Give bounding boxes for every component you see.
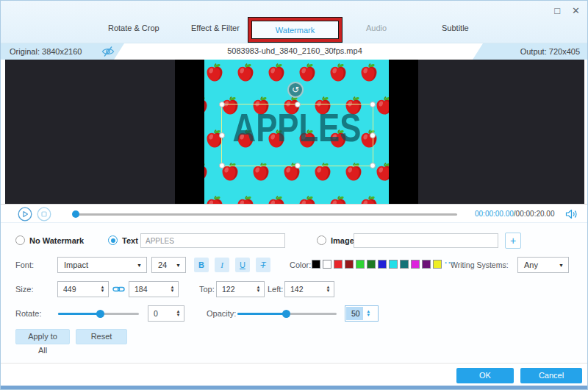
spinner-arrows-icon[interactable]: ▲▼: [323, 282, 334, 297]
apple-graphic: [329, 63, 347, 82]
top-label: Top:: [199, 285, 215, 294]
image-watermark-radio[interactable]: [317, 235, 326, 245]
color-swatch[interactable]: [334, 260, 343, 269]
play-button[interactable]: [18, 207, 32, 221]
close-icon[interactable]: ✕: [572, 6, 580, 16]
rotate-handle-icon[interactable]: ↺: [287, 82, 304, 98]
tab-effect-filter[interactable]: Effect & Filter: [191, 24, 240, 32]
size-label: Size:: [15, 285, 33, 294]
color-swatch[interactable]: [312, 260, 320, 269]
apple-graphic: [376, 96, 389, 116]
opacity-slider-thumb[interactable]: [282, 310, 290, 318]
font-family-select[interactable]: Impact ▼: [57, 257, 147, 273]
rotate-spinner[interactable]: 0 ▲▼: [148, 305, 184, 322]
dialog-footer: OK Cancel: [1, 363, 588, 386]
window-bottom-edge: [1, 386, 588, 390]
color-swatch[interactable]: [422, 260, 431, 269]
resize-handle[interactable]: [295, 102, 301, 107]
width-value: 449: [58, 282, 97, 297]
font-size-select[interactable]: 24 ▼: [151, 257, 186, 273]
left-label: Left:: [268, 285, 283, 294]
timeline-thumb[interactable]: [72, 210, 79, 218]
tab-rotate-crop[interactable]: Rotate & Crop: [108, 24, 159, 32]
pillarbox-right: [389, 60, 418, 204]
output-resolution-chip: Output: 720x405: [473, 43, 588, 60]
no-watermark-radio[interactable]: [15, 235, 25, 245]
writing-systems-value: Any: [524, 260, 538, 269]
watermark-settings-panel: No Watermark Text Image + Font: Impact ▼…: [1, 223, 588, 363]
video-preview-area: APPLES ↺: [5, 60, 584, 204]
tab-watermark[interactable]: Watermark: [276, 26, 315, 35]
bold-button[interactable]: B: [194, 258, 209, 272]
ok-button[interactable]: OK: [456, 368, 514, 383]
apply-to-all-button[interactable]: Apply to All: [15, 329, 70, 344]
width-spinner[interactable]: 449 ▲▼: [57, 281, 109, 297]
opacity-spinner[interactable]: 50 ▲▼: [345, 305, 379, 322]
watermark-dialog: □ ✕ Rotate & Crop Effect & Filter Waterm…: [0, 0, 588, 390]
rotate-value: 0: [148, 306, 173, 321]
resize-handle[interactable]: [219, 163, 225, 169]
color-swatch[interactable]: [389, 260, 398, 269]
reset-button[interactable]: Reset: [76, 329, 127, 344]
watermark-image-input[interactable]: [354, 233, 498, 248]
rotate-slider-fill: [58, 313, 100, 315]
spinner-arrows-icon[interactable]: ▲▼: [167, 282, 178, 297]
opacity-label: Opacity:: [207, 309, 236, 318]
height-spinner[interactable]: 184 ▲▼: [129, 281, 179, 297]
pillarbox-left: [175, 60, 204, 204]
font-family-value: Impact: [64, 260, 88, 269]
add-image-button[interactable]: +: [505, 233, 521, 249]
spinner-arrows-icon[interactable]: ▲▼: [363, 306, 374, 321]
watermark-selection-box[interactable]: [221, 104, 373, 166]
spinner-arrows-icon[interactable]: ▲▼: [173, 306, 184, 321]
font-label: Font:: [15, 260, 34, 269]
top-spinner[interactable]: 122 ▲▼: [216, 281, 265, 297]
watermark-text-input[interactable]: [140, 233, 285, 248]
tab-subtitle[interactable]: Subtitle: [442, 24, 469, 32]
no-watermark-label: No Watermark: [29, 236, 84, 245]
color-swatch[interactable]: [345, 260, 354, 269]
font-size-value: 24: [158, 260, 167, 269]
apple-graphic: [298, 63, 316, 82]
color-swatch[interactable]: [367, 260, 376, 269]
left-spinner[interactable]: 142 ▲▼: [284, 281, 334, 297]
underline-button[interactable]: U: [235, 258, 250, 272]
rotate-label: Rotate:: [15, 309, 41, 318]
text-watermark-radio[interactable]: [108, 235, 118, 245]
color-swatch[interactable]: [400, 260, 409, 269]
resize-handle[interactable]: [370, 102, 376, 107]
color-swatch[interactable]: [411, 260, 420, 269]
apple-graphic: [360, 63, 378, 82]
color-label: Color:: [290, 260, 311, 269]
italic-button[interactable]: I: [215, 258, 229, 272]
color-swatch[interactable]: [433, 260, 442, 269]
resize-handle[interactable]: [219, 132, 225, 138]
top-value: 122: [217, 282, 253, 297]
resize-handle[interactable]: [370, 132, 376, 138]
apple-graphic: [268, 196, 285, 204]
playback-bar: 00:00:00.00/00:00:20.00: [1, 204, 588, 223]
tab-audio[interactable]: Audio: [366, 24, 387, 32]
original-resolution-label: Original: 3840x2160: [10, 47, 82, 56]
maximize-icon[interactable]: □: [554, 6, 560, 16]
resize-handle[interactable]: [370, 163, 376, 169]
timeline-slider[interactable]: [74, 213, 457, 216]
color-swatch[interactable]: [356, 260, 365, 269]
hide-watermark-eye-icon[interactable]: [101, 46, 115, 57]
resize-handle[interactable]: [219, 102, 225, 107]
current-time: 00:00:00.00: [475, 210, 514, 218]
spinner-arrows-icon[interactable]: ▲▼: [97, 282, 108, 297]
link-dimensions-icon[interactable]: [112, 285, 125, 294]
strikethrough-button[interactable]: T: [256, 258, 270, 272]
window-controls: □ ✕: [554, 6, 580, 16]
rotate-slider-thumb[interactable]: [96, 310, 104, 318]
resize-handle[interactable]: [295, 163, 301, 169]
writing-systems-select[interactable]: Any ▼: [517, 257, 569, 273]
stop-button[interactable]: [37, 207, 51, 221]
cancel-button[interactable]: Cancel: [520, 368, 582, 383]
left-value: 142: [285, 282, 323, 297]
spinner-arrows-icon[interactable]: ▲▼: [253, 282, 264, 297]
color-swatch[interactable]: [378, 260, 387, 269]
color-swatch[interactable]: [323, 260, 331, 269]
volume-icon[interactable]: [565, 209, 578, 219]
